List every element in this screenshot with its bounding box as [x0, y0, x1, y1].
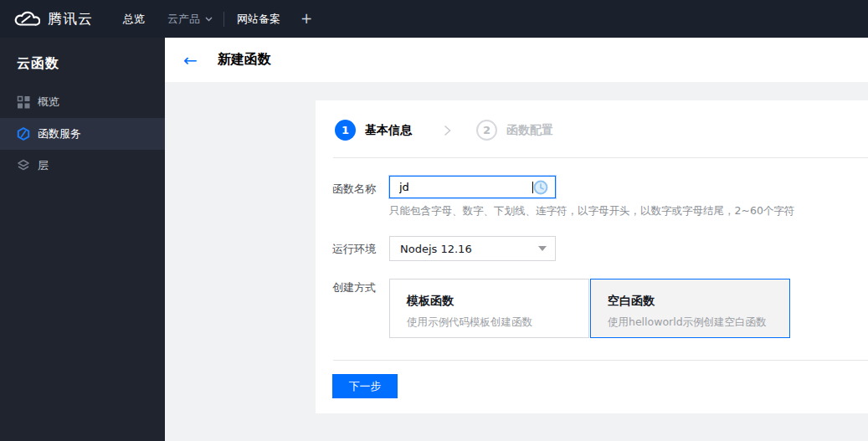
back-arrow-icon[interactable]: ←	[183, 52, 198, 69]
sidebar: 云函数 概览	[0, 38, 165, 441]
steps-divider	[333, 157, 868, 158]
blank-function-card[interactable]: 空白函数 使用helloworld示例创建空白函数	[590, 279, 790, 338]
chevron-right-icon	[444, 125, 451, 136]
runtime-selected-value: Nodejs 12.16	[400, 243, 538, 255]
function-name-input[interactable]	[399, 181, 532, 193]
runtime-select[interactable]: Nodejs 12.16	[389, 236, 556, 261]
sidebar-item-functions[interactable]: 函数服务	[0, 118, 165, 150]
step-2-label: 函数配置	[506, 123, 553, 138]
brand-name: 腾讯云	[48, 9, 93, 28]
clock-pending-icon	[533, 180, 548, 195]
creation-method-cards: 模板函数 使用示例代码模板创建函数 空白函数 使用helloworld示例创建空…	[389, 279, 790, 338]
step-1-circle: 1	[335, 120, 356, 141]
nav-divider	[223, 12, 224, 27]
step-2-circle: 2	[476, 120, 497, 141]
brand-logo[interactable]: 腾讯云	[12, 9, 93, 28]
select-caret-icon	[538, 246, 547, 251]
page-header: ← 新建函数	[165, 38, 868, 82]
next-step-button[interactable]: 下一步	[332, 374, 398, 398]
scf-icon	[17, 127, 30, 141]
card-desc: 使用helloworld示例创建空白函数	[608, 315, 789, 330]
grid-icon	[17, 95, 30, 109]
wizard-steps: 1 基本信息 2 函数配置	[335, 120, 553, 141]
content-area: 1 基本信息 2 函数配置 函数名称	[165, 82, 868, 441]
nav-item-products[interactable]: 云产品	[167, 12, 213, 27]
top-nav: 腾讯云 总览 云产品 网站备案 +	[0, 0, 868, 38]
add-tab-icon[interactable]: +	[300, 12, 312, 26]
sidebar-item-label: 概览	[38, 95, 59, 110]
create-function-panel: 1 基本信息 2 函数配置 函数名称	[316, 100, 868, 413]
sidebar-item-layers[interactable]: 层	[0, 150, 165, 182]
layers-icon	[17, 159, 30, 172]
cloud-logo-icon	[12, 9, 40, 28]
bottom-divider	[333, 360, 868, 361]
page-title: 新建函数	[218, 51, 271, 69]
card-title: 空白函数	[608, 294, 789, 309]
creation-method-label: 创建方式	[332, 280, 376, 295]
runtime-label: 运行环境	[332, 242, 376, 257]
function-name-field	[389, 176, 556, 198]
template-function-card[interactable]: 模板函数 使用示例代码模板创建函数	[389, 279, 589, 338]
sidebar-menu: 概览 函数服务 层	[0, 86, 165, 182]
nav-item-beian[interactable]: 网站备案	[237, 12, 280, 27]
function-name-hint: 只能包含字母、数字、下划线、连字符，以字母开头，以数字或字母结尾，2~60个字符	[389, 204, 794, 218]
step-1-label: 基本信息	[365, 123, 412, 138]
card-title: 模板函数	[407, 294, 588, 309]
tencent-cloud-console: 腾讯云 总览 云产品 网站备案 + 云函数	[0, 0, 868, 441]
nav-item-overview[interactable]: 总览	[123, 12, 145, 27]
sidebar-item-label: 层	[38, 158, 49, 173]
sidebar-item-overview[interactable]: 概览	[0, 86, 165, 118]
sidebar-title: 云函数	[0, 38, 165, 73]
chevron-down-icon	[205, 17, 213, 22]
card-desc: 使用示例代码模板创建函数	[407, 315, 588, 330]
sidebar-item-label: 函数服务	[38, 126, 81, 141]
function-name-label: 函数名称	[332, 182, 376, 197]
